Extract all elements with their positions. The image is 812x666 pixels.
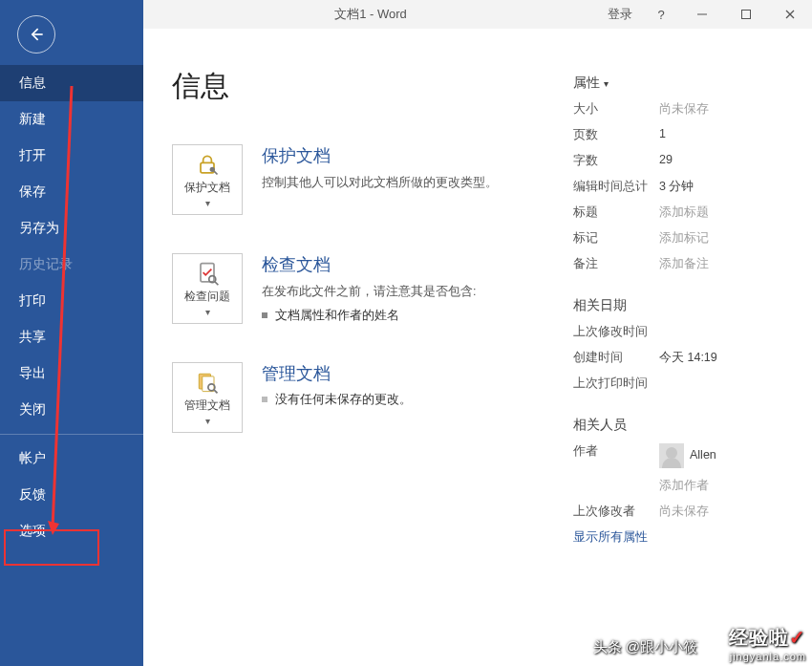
prop-key: 备注 bbox=[573, 256, 659, 272]
watermark-brand: 经验啦✓ jingyanla.com bbox=[729, 625, 806, 662]
nav-item-print[interactable]: 打印 bbox=[0, 283, 143, 319]
chevron-down-icon: ▾ bbox=[205, 416, 210, 426]
prop-row: 上次打印时间 bbox=[573, 376, 783, 392]
prop-row: 添加作者 bbox=[573, 478, 783, 494]
properties-header[interactable]: 属性 ▾ bbox=[573, 75, 783, 92]
nav-item-history: 历史记录 bbox=[0, 247, 143, 283]
prop-row: 页数1 bbox=[573, 127, 783, 143]
author-row: 作者 Allen bbox=[573, 443, 783, 468]
login-link[interactable]: 登录 bbox=[598, 0, 642, 29]
back-arrow-icon bbox=[27, 25, 46, 44]
prop-row: 大小尚未保存 bbox=[573, 101, 783, 118]
manage-bullet: 没有任何未保存的更改。 bbox=[262, 391, 412, 408]
nav-item-export[interactable]: 导出 bbox=[0, 355, 143, 392]
nav-item-feedback[interactable]: 反馈 bbox=[0, 477, 143, 513]
maximize-icon bbox=[740, 9, 752, 20]
prop-row: 标记添加标记 bbox=[573, 230, 783, 247]
nav-item-account[interactable]: 帐户 bbox=[0, 440, 143, 477]
properties-panel: 属性 ▾ 大小尚未保存 页数1 字数29 编辑时间总计3 分钟 标题添加标题 标… bbox=[573, 67, 783, 647]
inspect-tile[interactable]: 检查问题 ▾ bbox=[172, 253, 243, 324]
manage-card: 管理文档 ▾ 管理文档 没有任何未保存的更改。 bbox=[172, 362, 573, 433]
prop-value bbox=[659, 324, 783, 340]
avatar-icon bbox=[659, 443, 684, 468]
add-author[interactable]: 添加作者 bbox=[659, 478, 783, 494]
prop-key: 上次修改时间 bbox=[573, 324, 659, 340]
people-header: 相关人员 bbox=[573, 417, 783, 434]
prop-row: 创建时间今天 14:19 bbox=[573, 350, 783, 366]
lock-icon bbox=[194, 151, 221, 178]
nav-item-options[interactable]: 选项 bbox=[0, 513, 143, 549]
prop-value[interactable]: 添加备注 bbox=[659, 256, 783, 272]
prop-value: 29 bbox=[659, 153, 783, 169]
nav-item-new[interactable]: 新建 bbox=[0, 101, 143, 138]
nav-list: 信息 新建 打开 保存 另存为 历史记录 打印 共享 导出 关闭 帐户 反馈 选… bbox=[0, 65, 143, 549]
svg-line-16 bbox=[214, 390, 218, 394]
chevron-down-icon: ▾ bbox=[205, 307, 210, 317]
protect-tile[interactable]: 保护文档 ▾ bbox=[172, 144, 243, 215]
protect-tile-label: 保护文档 bbox=[184, 180, 230, 196]
check-icon: ✓ bbox=[789, 627, 806, 648]
backstage-sidebar: 信息 新建 打开 保存 另存为 历史记录 打印 共享 导出 关闭 帐户 反馈 选… bbox=[0, 0, 143, 666]
manage-tile[interactable]: 管理文档 ▾ bbox=[172, 362, 243, 433]
inspect-bullet-text: 文档属性和作者的姓名 bbox=[275, 307, 399, 324]
nav-item-save[interactable]: 保存 bbox=[0, 174, 143, 210]
show-all-properties[interactable]: 显示所有属性 bbox=[573, 529, 783, 546]
titlebar: 文档1 - Word 登录 ? bbox=[143, 0, 812, 29]
inspect-desc: 检查文档 在发布此文件之前，请注意其是否包含: 文档属性和作者的姓名 bbox=[262, 253, 476, 324]
prop-value: 尚未保存 bbox=[659, 504, 783, 520]
window-title: 文档1 - Word bbox=[143, 6, 598, 23]
close-button[interactable] bbox=[768, 0, 812, 29]
inspect-bullet: 文档属性和作者的姓名 bbox=[262, 307, 476, 324]
protect-desc: 保护文档 控制其他人可以对此文档所做的更改类型。 bbox=[262, 144, 498, 215]
nav-item-open[interactable]: 打开 bbox=[0, 138, 143, 174]
prop-value[interactable]: 添加标记 bbox=[659, 230, 783, 247]
main-column: 信息 保护文档 ▾ 保护文档 控制其他人可以对此文档所做的更改类型。 bbox=[172, 67, 573, 647]
prop-value: 1 bbox=[659, 127, 783, 143]
content-area: 信息 保护文档 ▾ 保护文档 控制其他人可以对此文档所做的更改类型。 bbox=[143, 29, 812, 666]
protect-title: 保护文档 bbox=[262, 144, 498, 167]
documents-icon bbox=[194, 369, 221, 396]
prop-value: 3 分钟 bbox=[659, 179, 783, 195]
prop-row: 上次修改时间 bbox=[573, 324, 783, 340]
prop-value: 今天 14:19 bbox=[659, 350, 783, 366]
manage-desc: 管理文档 没有任何未保存的更改。 bbox=[262, 362, 412, 433]
prop-key: 上次修改者 bbox=[573, 504, 659, 520]
prop-key: 字数 bbox=[573, 153, 659, 169]
nav-item-saveas[interactable]: 另存为 bbox=[0, 210, 143, 247]
author-value: Allen bbox=[659, 443, 783, 468]
nav-item-share[interactable]: 共享 bbox=[0, 319, 143, 355]
prop-row: 字数29 bbox=[573, 153, 783, 169]
prop-key: 标题 bbox=[573, 204, 659, 221]
svg-line-12 bbox=[215, 282, 219, 286]
prop-row: 标题添加标题 bbox=[573, 204, 783, 221]
help-button[interactable]: ? bbox=[642, 0, 680, 29]
svg-rect-1 bbox=[742, 11, 751, 19]
watermark-domain: jingyanla.com bbox=[729, 651, 806, 662]
manage-tile-label: 管理文档 bbox=[184, 397, 230, 414]
document-check-icon bbox=[194, 260, 221, 287]
prop-row: 备注添加备注 bbox=[573, 256, 783, 272]
protect-body: 控制其他人可以对此文档所做的更改类型。 bbox=[262, 173, 498, 192]
svg-line-9 bbox=[214, 171, 218, 175]
protect-card: 保护文档 ▾ 保护文档 控制其他人可以对此文档所做的更改类型。 bbox=[172, 144, 573, 215]
prop-key: 上次打印时间 bbox=[573, 376, 659, 392]
prop-key: 标记 bbox=[573, 230, 659, 247]
minimize-button[interactable] bbox=[680, 0, 724, 29]
back-button[interactable] bbox=[17, 15, 55, 54]
bullet-icon bbox=[262, 312, 267, 318]
minimize-icon bbox=[696, 9, 708, 20]
prop-value bbox=[659, 376, 783, 392]
close-icon bbox=[784, 9, 796, 20]
bullet-icon bbox=[262, 397, 267, 402]
prop-value[interactable]: 添加标题 bbox=[659, 204, 783, 221]
nav-item-info[interactable]: 信息 bbox=[0, 65, 143, 101]
inspect-tile-label: 检查问题 bbox=[184, 289, 230, 305]
prop-row: 编辑时间总计3 分钟 bbox=[573, 179, 783, 195]
prop-row: 上次修改者尚未保存 bbox=[573, 504, 783, 520]
inspect-lead: 在发布此文件之前，请注意其是否包含: bbox=[262, 282, 476, 301]
maximize-button[interactable] bbox=[724, 0, 768, 29]
prop-key: 编辑时间总计 bbox=[573, 179, 659, 195]
prop-key: 页数 bbox=[573, 127, 659, 143]
nav-item-close[interactable]: 关闭 bbox=[0, 392, 143, 428]
chevron-down-icon: ▾ bbox=[604, 78, 609, 89]
